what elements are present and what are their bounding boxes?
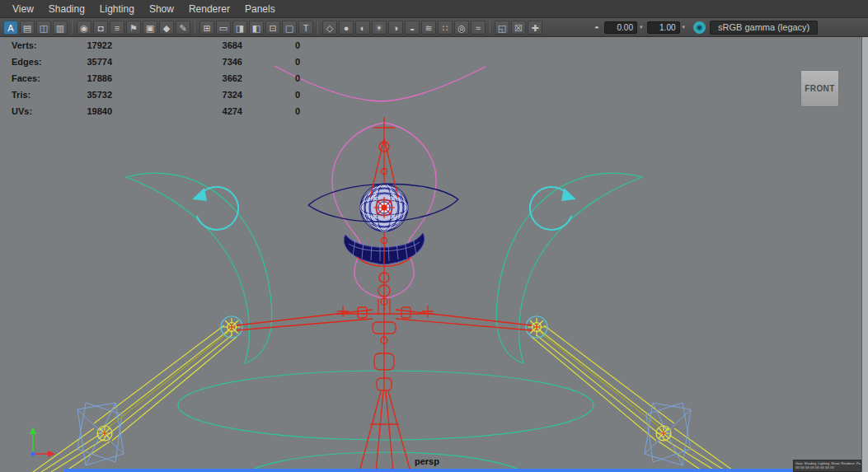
- colorspace-selector[interactable]: sRGB gamma (legacy): [710, 21, 818, 35]
- hud-value: 17886: [64, 73, 112, 83]
- layers-icon[interactable]: ◫: [36, 21, 51, 35]
- right-elbow-box[interactable]: [645, 403, 691, 465]
- menu-panels[interactable]: Panels: [237, 0, 283, 18]
- menu-shading[interactable]: Shading: [41, 0, 92, 18]
- left-rotate-arrow[interactable]: [192, 187, 238, 230]
- scene-film-icon[interactable]: ▤: [20, 21, 35, 35]
- menu-show[interactable]: Show: [142, 0, 181, 18]
- left-wing-curve[interactable]: [126, 173, 272, 363]
- exposure-field[interactable]: 0.00: [604, 21, 637, 34]
- panel-menubar: View Shading Lighting Show Renderer Pane…: [0, 0, 868, 18]
- motion-blur-icon[interactable]: ≋: [421, 21, 436, 35]
- hud-label: Edges:: [12, 57, 64, 67]
- panel-toolbar: A ▤ ◫ ▥ ◉ ◘ ≡ ⚑ ▣ ◆ ✎ ⊞ ▭ ◨ ◧ ⊡ ▢ T ◇ ● …: [0, 18, 868, 37]
- hud-label: Verts:: [12, 40, 64, 50]
- menu-renderer[interactable]: Renderer: [181, 0, 237, 18]
- mini-menu-shading[interactable]: Shading: [805, 461, 817, 465]
- select-mode-icon[interactable]: A: [3, 21, 18, 35]
- eyeball-wireframe[interactable]: [360, 184, 408, 231]
- mini-menu-lighting[interactable]: Lighting: [818, 461, 829, 465]
- hud-value: 17922: [64, 40, 112, 50]
- right-wing-curve[interactable]: [496, 173, 642, 363]
- right-elbow-control[interactable]: [656, 426, 671, 441]
- right-shoulder-control[interactable]: [526, 316, 547, 338]
- panel-splitter[interactable]: [861, 37, 868, 472]
- image-plane-icon[interactable]: ▣: [143, 21, 157, 35]
- hud-value: 3684: [112, 40, 242, 50]
- camera-lock-icon[interactable]: ◘: [93, 21, 108, 35]
- mini-menu-renderer[interactable]: Renderer: [841, 461, 855, 465]
- shadows-icon[interactable]: ◑: [388, 21, 403, 35]
- hud-label: UVs:: [12, 106, 64, 116]
- menu-lighting[interactable]: Lighting: [92, 0, 142, 18]
- grid-icon[interactable]: ⊞: [199, 21, 214, 35]
- right-rotate-arrow[interactable]: [530, 187, 576, 230]
- left-elbow-control[interactable]: [97, 426, 112, 441]
- exposure-icon: ◓: [591, 23, 603, 32]
- mini-toolbar-icon: [810, 466, 814, 469]
- menu-view[interactable]: View: [5, 0, 41, 18]
- use-all-lights-icon[interactable]: ☀: [372, 21, 387, 35]
- field-chart-icon[interactable]: ⊡: [265, 21, 280, 35]
- gamma-stepper-icon[interactable]: ▾: [683, 24, 686, 30]
- film-gate-icon[interactable]: ▭: [216, 21, 231, 35]
- brow-curve[interactable]: [274, 66, 486, 101]
- gamma-field[interactable]: 1.00: [647, 21, 680, 34]
- anim-prefs-icon[interactable]: ▥: [53, 21, 68, 35]
- camera-select-icon[interactable]: ◉: [77, 21, 91, 35]
- hud-value: 35774: [64, 57, 112, 67]
- toolbar-separator: [490, 21, 490, 34]
- safe-action-icon[interactable]: ▢: [282, 21, 297, 35]
- exposure-stepper-icon[interactable]: ▾: [640, 24, 643, 30]
- camera-attributes-icon[interactable]: ≡: [110, 21, 124, 35]
- isolate-select-icon[interactable]: ◱: [495, 21, 509, 35]
- fog-icon[interactable]: ≈: [471, 21, 486, 35]
- hud-value: 0: [242, 57, 300, 67]
- hud-value: 0: [242, 40, 300, 50]
- joints-xray-icon[interactable]: ✚: [528, 21, 542, 35]
- left-elbow-box[interactable]: [77, 403, 124, 465]
- poly-count-hud: Verts: 17922 3684 0 Edges: 35774 7346 0 …: [12, 37, 300, 119]
- xray-icon[interactable]: ☒: [511, 21, 526, 35]
- right-arm-bones[interactable]: [532, 325, 735, 472]
- left-arm-bones[interactable]: [33, 325, 237, 472]
- multisample-icon[interactable]: ∷: [438, 21, 453, 35]
- color-management-icon[interactable]: ◉: [693, 21, 706, 34]
- grease-pencil-icon[interactable]: ✎: [176, 21, 190, 35]
- smooth-shade-icon[interactable]: ●: [339, 21, 354, 35]
- ssao-icon[interactable]: ◒: [405, 21, 420, 35]
- mini-menu-view[interactable]: View: [795, 461, 803, 465]
- wireframe-icon[interactable]: ◇: [322, 21, 337, 35]
- body-control-ellipses[interactable]: [178, 371, 594, 472]
- hud-label: Tris:: [12, 90, 64, 100]
- skeleton-red[interactable]: [237, 117, 532, 472]
- mini-menu-show[interactable]: Show: [831, 461, 839, 465]
- left-shoulder-control[interactable]: [221, 316, 242, 338]
- gate-mask-icon[interactable]: ◧: [249, 21, 264, 35]
- depth-of-field-icon[interactable]: ◎: [454, 21, 469, 35]
- pan-zoom-icon[interactable]: ◆: [159, 21, 174, 35]
- textured-icon[interactable]: ◐: [355, 21, 370, 35]
- hud-row-verts: Verts: 17922 3684 0: [12, 37, 300, 54]
- mini-toolbar-icon: [825, 466, 829, 469]
- hud-row-edges: Edges: 35774 7346 0: [12, 54, 300, 70]
- secondary-panel-menubar[interactable]: View Shading Lighting Show Renderer Pane…: [793, 460, 861, 472]
- mini-toolbar-icon: [830, 466, 834, 469]
- safe-title-icon[interactable]: T: [298, 21, 313, 35]
- bookmark-icon[interactable]: ⚑: [126, 21, 141, 35]
- hud-label: Faces:: [12, 73, 64, 83]
- resolution-gate-icon[interactable]: ◨: [232, 21, 247, 35]
- mini-menu-panels[interactable]: Panels: [856, 461, 861, 465]
- hud-value: 3662: [112, 73, 242, 83]
- active-panel-highlight: [64, 469, 793, 472]
- axis-indicator: [30, 427, 55, 457]
- toolbar-separator: [317, 21, 318, 34]
- hud-value: 7324: [112, 90, 242, 100]
- front-view-placard: FRONT: [800, 70, 839, 107]
- mini-toolbar-icon: [800, 466, 805, 469]
- hud-row-faces: Faces: 17886 3662 0: [12, 70, 300, 86]
- hud-value: 35732: [64, 90, 112, 100]
- viewport[interactable]: Verts: 17922 3684 0 Edges: 35774 7346 0 …: [0, 37, 868, 472]
- hud-value: 0: [242, 106, 300, 116]
- hud-row-uvs: UVs: 19840 4274 0: [12, 103, 300, 119]
